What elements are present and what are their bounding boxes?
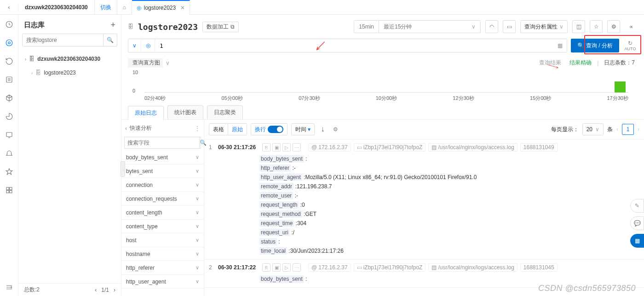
meta-offset[interactable]: 1688131049 xyxy=(520,143,558,151)
log-key[interactable]: body_bytes_sent xyxy=(259,275,304,283)
sidebar-search[interactable]: 🔍 xyxy=(22,34,117,46)
pie-icon[interactable] xyxy=(5,112,13,121)
query-input[interactable] xyxy=(155,42,554,49)
log-key[interactable]: status xyxy=(259,238,277,245)
close-icon[interactable]: ✕ xyxy=(180,5,185,11)
play-icon[interactable]: ▷ xyxy=(282,143,291,151)
log-key[interactable]: request_method xyxy=(259,210,302,218)
toggle-switch[interactable] xyxy=(268,126,283,133)
cube-icon[interactable] xyxy=(5,94,13,102)
log-key[interactable]: request_uri xyxy=(259,229,290,236)
qa-field-item[interactable]: bytes_sent∨ xyxy=(121,164,204,178)
search-icon[interactable]: 🔍 xyxy=(103,34,117,46)
grid-fab[interactable]: ▦ xyxy=(630,234,644,248)
time-quick[interactable]: 15min xyxy=(354,21,379,33)
star-icon[interactable]: ☆ xyxy=(590,20,603,33)
log-key[interactable]: body_bytes_sent xyxy=(259,155,304,163)
more-icon[interactable]: ⋮ xyxy=(195,125,200,132)
monitor-icon[interactable] xyxy=(5,131,13,139)
per-page-select[interactable]: 20 ∨ xyxy=(582,123,604,135)
log-key[interactable]: http_user_agent xyxy=(259,174,302,181)
grid-icon[interactable] xyxy=(5,186,13,194)
meta-ip[interactable]: @172.16.2.37 xyxy=(308,263,351,272)
star-icon[interactable] xyxy=(5,168,13,176)
log-key[interactable]: request_time xyxy=(259,220,294,227)
target-icon[interactable]: ◎ xyxy=(141,39,155,52)
log-key[interactable]: remote_addr xyxy=(259,183,293,190)
more-icon[interactable]: ⋯ xyxy=(293,143,301,151)
drag-handle[interactable]: ⋮ xyxy=(121,161,125,177)
time-dropdown[interactable]: 时间 ▾ xyxy=(291,123,315,135)
tab-raw-log[interactable]: 原始日志 xyxy=(128,106,164,120)
meta-path[interactable]: ▤/usr/local/nginx/logs/access.log xyxy=(428,143,517,151)
download-icon[interactable]: ⭳ xyxy=(318,126,328,133)
view-table[interactable]: 表格 xyxy=(209,124,228,135)
tab-logstore[interactable]: ◎ logstore2023 ✕ xyxy=(132,0,190,15)
gear-icon[interactable]: ⚙ xyxy=(607,20,620,33)
tree-item-logstore[interactable]: › 🗄 logstore2023 xyxy=(18,66,121,80)
list-icon[interactable] xyxy=(5,75,13,84)
data-processing-tag[interactable]: 数据加工 ⧉ xyxy=(202,22,239,32)
histogram-bar[interactable] xyxy=(615,81,626,93)
meta-host[interactable]: ▭iZbp1j73el17t90j7tofpoZ xyxy=(354,143,426,151)
time-range-selector[interactable]: 15min 最近15分钟∨ xyxy=(354,20,481,33)
copy-icon[interactable]: ⎘ xyxy=(262,143,270,151)
next-page[interactable]: › xyxy=(638,126,639,133)
page-number[interactable]: 1 xyxy=(622,124,634,135)
clock-icon[interactable] xyxy=(5,20,13,29)
chevron-left-icon[interactable]: ‹ xyxy=(125,125,127,132)
context-icon[interactable]: ▣ xyxy=(272,263,281,272)
play-icon[interactable]: ▷ xyxy=(282,263,291,272)
chevron-down-icon[interactable]: ∨ xyxy=(166,60,170,66)
gauge-icon[interactable]: ◠ xyxy=(485,20,498,33)
alert-icon[interactable]: ◫ xyxy=(572,20,585,33)
tree-item-project[interactable]: › 🗄 dzxuwk20230630204030 xyxy=(18,52,121,66)
prev-page[interactable]: ‹ xyxy=(616,126,618,133)
log-key[interactable]: http_referer xyxy=(259,164,291,172)
meta-ip[interactable]: @172.16.2.37 xyxy=(308,143,351,151)
search-input[interactable] xyxy=(23,34,103,46)
expand-query-icon[interactable]: ∨ xyxy=(128,39,141,52)
meta-offset[interactable]: 1688131045 xyxy=(520,263,558,272)
view-mode-toggle[interactable]: 表格 原始 xyxy=(209,123,247,135)
prev-page[interactable]: ‹ xyxy=(95,287,97,293)
next-page[interactable]: › xyxy=(114,287,115,293)
home-button[interactable]: ⌂ xyxy=(117,0,132,15)
qa-field-item[interactable]: content_type∨ xyxy=(121,220,204,233)
qa-field-item[interactable]: hostname∨ xyxy=(121,247,204,261)
meta-path[interactable]: ▤/usr/local/nginx/logs/access.log xyxy=(428,263,517,272)
chat-fab[interactable]: 💬 xyxy=(630,216,644,230)
tab-log-cluster[interactable]: 日志聚类 xyxy=(207,105,243,119)
log-key[interactable]: request_length xyxy=(259,201,299,209)
field-search-input[interactable] xyxy=(125,137,199,148)
qa-field-item[interactable]: content_length∨ xyxy=(121,206,204,220)
meta-host[interactable]: ▭iZbp1j73el17t90j7tofpoZ xyxy=(354,263,426,272)
qa-field-item[interactable]: body_bytes_sent∨ xyxy=(121,151,204,164)
refresh-icon[interactable] xyxy=(5,57,13,65)
switch-project[interactable]: 切换 xyxy=(95,0,117,15)
log-key[interactable]: time_local xyxy=(259,247,287,255)
bell-icon[interactable] xyxy=(5,149,13,157)
qa-field-item[interactable]: http_user_agent∨ xyxy=(121,275,204,289)
collapse-icon[interactable] xyxy=(5,283,13,291)
qa-field-item[interactable]: host∨ xyxy=(121,233,204,247)
qa-field-item[interactable]: connection∨ xyxy=(121,178,204,192)
log-key[interactable]: remote_user xyxy=(259,192,293,199)
qa-field-item[interactable]: connection_requests∨ xyxy=(121,192,204,206)
context-icon[interactable]: ▣ xyxy=(272,143,281,151)
back-button[interactable]: ‹ xyxy=(0,4,18,11)
save-icon[interactable]: ▭ xyxy=(503,20,516,33)
code-icon[interactable]: ▦ xyxy=(554,42,567,49)
analysis-attr-dropdown[interactable]: 查询分析属性 ∨ xyxy=(520,20,568,33)
tab-stat-chart[interactable]: 统计图表 xyxy=(167,105,203,119)
edit-fab[interactable]: ✎ xyxy=(630,199,644,213)
qa-field-item[interactable]: http_referer∨ xyxy=(121,261,204,275)
target-icon[interactable] xyxy=(5,39,13,47)
view-raw[interactable]: 原始 xyxy=(228,124,247,135)
copy-icon[interactable]: ⎘ xyxy=(262,263,270,272)
time-range[interactable]: 最近15分钟∨ xyxy=(379,21,480,33)
gear-icon[interactable]: ⚙ xyxy=(331,126,340,133)
share-icon[interactable]: ∝ xyxy=(625,20,638,33)
add-icon[interactable]: + xyxy=(110,20,115,30)
wrap-toggle[interactable]: 换行 xyxy=(251,123,288,135)
